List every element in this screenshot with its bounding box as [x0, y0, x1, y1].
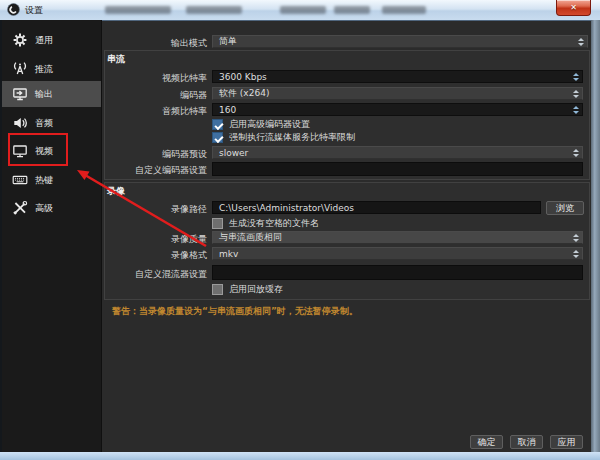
recording-path-input[interactable]: C:\Users\Administrator\Videos — [212, 201, 541, 214]
output-monitor-icon — [12, 86, 28, 102]
enforce-bitrate-label: 强制执行流媒体服务比特率限制 — [229, 131, 355, 144]
sidebar-item-advanced[interactable]: 高级 — [2, 195, 101, 221]
stream-section-title: 串流 — [107, 53, 125, 66]
blurred-watermark — [334, 6, 370, 14]
spinner-updown-icon — [573, 73, 579, 81]
no-space-filename-checkbox[interactable] — [212, 218, 223, 229]
encoder-value: 软件 (x264) — [219, 87, 269, 100]
sidebar-item-label: 热键 — [35, 174, 53, 187]
video-bitrate-value: 3600 Kbps — [219, 72, 267, 82]
blurred-watermark — [382, 6, 426, 14]
video-bitrate-label: 视频比特率 — [104, 72, 207, 85]
chevron-updown-icon — [573, 250, 579, 258]
apply-button[interactable]: 应用 — [550, 435, 583, 449]
sidebar-item-label: 高级 — [35, 202, 53, 215]
encoder-preset-label: 编码器预设 — [104, 148, 207, 161]
output-mode-label: 输出模式 — [104, 37, 207, 50]
replay-buffer-checkbox[interactable] — [212, 284, 223, 295]
enable-advanced-encoder-checkbox[interactable] — [212, 119, 223, 130]
no-space-filename-row: 生成没有空格的文件名 — [212, 217, 319, 230]
recording-quality-label: 录像质量 — [104, 233, 207, 246]
custom-encoder-label: 自定义编码器设置 — [104, 164, 207, 177]
recording-format-label: 录像格式 — [104, 249, 207, 262]
blurred-watermark — [186, 6, 242, 14]
broadcast-icon — [12, 61, 28, 77]
speaker-icon — [12, 115, 28, 131]
recording-format-value: mkv — [219, 249, 238, 259]
output-mode-select[interactable]: 简单 — [212, 35, 588, 48]
output-mode-value: 简单 — [219, 35, 237, 48]
annotation-highlight-box — [8, 133, 68, 166]
sidebar-item-hotkeys[interactable]: 热键 — [2, 167, 101, 193]
replay-buffer-label: 启用回放缓存 — [229, 283, 283, 296]
obs-logo-icon — [7, 3, 20, 16]
audio-bitrate-value: 160 — [219, 105, 236, 115]
blurred-watermark — [280, 6, 326, 14]
sidebar-item-label: 推流 — [35, 63, 53, 76]
ok-button[interactable]: 确定 — [470, 435, 503, 449]
recording-path-value: C:\Users\Administrator\Videos — [219, 203, 354, 213]
enforce-bitrate-checkbox[interactable] — [212, 132, 223, 143]
encoder-label: 编码器 — [104, 89, 207, 102]
custom-muxer-input[interactable] — [212, 265, 583, 280]
encoder-preset-select[interactable]: slower — [212, 146, 583, 159]
no-space-filename-label: 生成没有空格的文件名 — [229, 217, 319, 230]
spinner-updown-icon — [573, 106, 579, 114]
blurred-watermark — [105, 6, 171, 14]
window-title: 设置 — [25, 4, 43, 17]
recording-quality-value: 与串流画质相同 — [219, 231, 282, 244]
recording-section-title: 录像 — [107, 185, 125, 198]
audio-bitrate-select[interactable]: 160 — [212, 103, 583, 116]
recording-quality-select[interactable]: 与串流画质相同 — [212, 231, 583, 244]
gear-icon — [12, 32, 28, 48]
browse-button[interactable]: 浏览 — [546, 201, 584, 215]
sidebar-item-output[interactable]: 输出 — [2, 81, 101, 107]
sidebar-item-label: 通用 — [35, 34, 53, 47]
sidebar-item-label: 音频 — [35, 117, 53, 130]
enforce-bitrate-row: 强制执行流媒体服务比特率限制 — [212, 131, 355, 144]
recording-path-label: 录像路径 — [104, 203, 207, 216]
encoder-preset-value: slower — [219, 148, 248, 158]
chevron-updown-icon — [578, 38, 584, 46]
sidebar-item-general[interactable]: 通用 — [2, 27, 101, 53]
settings-sidebar: 通用 推流 输出 音频 — [2, 20, 102, 452]
titlebar: 设置 ✕ — [0, 0, 600, 21]
recording-quality-warning: 警告：当录像质量设为“与串流画质相同”时，无法暂停录制。 — [112, 305, 358, 318]
cancel-button[interactable]: 取消 — [510, 435, 543, 449]
sidebar-item-label: 输出 — [35, 88, 53, 101]
chevron-updown-icon — [573, 90, 579, 98]
audio-bitrate-label: 音频比特率 — [104, 105, 207, 118]
encoder-select[interactable]: 软件 (x264) — [212, 87, 583, 100]
custom-encoder-input[interactable] — [212, 162, 583, 176]
window-frame-bottom — [0, 452, 600, 460]
chevron-updown-icon — [573, 234, 579, 242]
chevron-updown-icon — [573, 149, 579, 157]
recording-format-select[interactable]: mkv — [212, 247, 583, 260]
enable-advanced-encoder-row: 启用高级编码器设置 — [212, 118, 310, 131]
window-frame-right — [591, 20, 600, 452]
video-bitrate-spinner[interactable]: 3600 Kbps — [212, 70, 583, 83]
sidebar-item-stream[interactable]: 推流 — [2, 56, 101, 82]
replay-buffer-row: 启用回放缓存 — [212, 283, 283, 296]
enable-advanced-encoder-label: 启用高级编码器设置 — [229, 118, 310, 131]
settings-window: 设置 ✕ 通用 推流 — [0, 0, 600, 460]
keyboard-icon — [12, 172, 28, 188]
tools-icon — [12, 200, 28, 216]
close-button[interactable]: ✕ — [556, 0, 591, 16]
custom-muxer-label: 自定义混流器设置 — [104, 268, 207, 281]
